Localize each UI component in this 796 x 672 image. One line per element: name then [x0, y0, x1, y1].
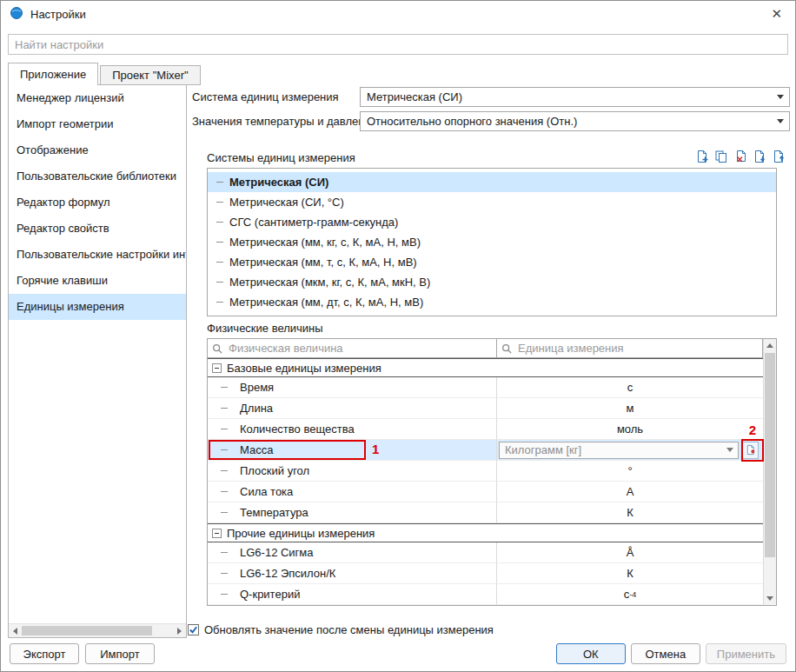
tab-bar: Приложение Проект "Mixer": [8, 63, 202, 85]
search-icon: [501, 343, 512, 354]
mass-unit-combobox[interactable]: Килограмм [кг]: [499, 442, 739, 459]
system-item-label: Метрическая (мм, дт, с, К, мА, Н, мВ): [229, 296, 423, 309]
system-item[interactable]: Метрическая (мм, кг, с, К, мА, Н, мВ): [208, 232, 776, 252]
sidebar-item-user-libraries[interactable]: Пользовательские библиотеки: [9, 163, 186, 190]
tree-branch-icon: [221, 470, 228, 471]
system-item[interactable]: Метрическая (мм, дт, с, К, мА, Н, мВ): [208, 292, 776, 312]
add-system-button[interactable]: [694, 149, 710, 164]
delete-system-button[interactable]: [733, 149, 748, 164]
import-system-button[interactable]: [771, 149, 786, 164]
search-icon: [212, 343, 222, 354]
delete-icon: [733, 150, 747, 163]
group-row-base-units[interactable]: Базовые единицы измерения: [208, 358, 763, 377]
sidebar-item-formula-editor[interactable]: Редактор формул: [9, 190, 186, 216]
tree-branch-icon: [221, 429, 228, 429]
export-button[interactable]: Экспорт: [10, 643, 79, 664]
export-system-button[interactable]: [752, 149, 767, 164]
tree-branch-icon: [216, 182, 223, 183]
unit-search-cell: [497, 339, 763, 357]
sidebar-horizontal-scrollbar[interactable]: [9, 623, 186, 637]
checkbox-checked-icon[interactable]: [188, 624, 199, 635]
tab-application[interactable]: Приложение: [8, 63, 98, 85]
settings-category-list: Менеджер лицензий Импорт геометрии Отобр…: [8, 84, 187, 638]
scroll-down-icon[interactable]: [764, 592, 776, 605]
group-row-other-units[interactable]: Прочие единицы измерения: [208, 523, 763, 542]
quantity-row[interactable]: Q-критерий с-4: [208, 584, 763, 605]
sidebar-item-property-editor[interactable]: Редактор свойств: [9, 216, 186, 242]
import-button[interactable]: Импорт: [85, 643, 155, 664]
scroll-up-icon[interactable]: [764, 339, 776, 352]
tree-branch-icon: [221, 387, 228, 388]
quantity-unit: м: [497, 398, 763, 419]
system-item-label: Метрическая (мкм, кг, с, К, мА, мкН, В): [229, 276, 430, 289]
system-item-label: Метрическая (мм, т, с, К, мА, Н, мВ): [229, 256, 417, 269]
sidebar-item-units[interactable]: Единицы измерения: [9, 294, 186, 320]
system-item[interactable]: Метрическая (СИ, °С): [208, 192, 776, 212]
sidebar-item-display[interactable]: Отображение: [9, 137, 186, 163]
quantity-name: Количество вещества: [240, 422, 355, 436]
sidebar-item-geometry-import[interactable]: Импорт геометрии: [9, 111, 186, 137]
chevron-down-icon: [722, 448, 738, 452]
group-label: Прочие единицы измерения: [227, 527, 375, 540]
document-asterisk-icon: [745, 444, 756, 456]
scrollbar-thumb[interactable]: [765, 353, 775, 557]
quantity-unit: с-4: [497, 584, 763, 605]
quantity-name: Плоский угол: [240, 464, 309, 477]
mass-unit-value: Килограмм [кг]: [500, 443, 722, 456]
tree-branch-icon: [221, 512, 228, 513]
temp-pressure-dropdown[interactable]: Относительно опорного значения (Отн.): [360, 111, 790, 131]
duplicate-system-button[interactable]: [713, 149, 729, 164]
cancel-button[interactable]: Отмена: [631, 643, 700, 664]
quantity-name: Масса: [240, 443, 273, 456]
tree-branch-icon: [216, 222, 223, 223]
annotation-label-1: 1: [372, 442, 379, 456]
quantity-unit: °: [497, 461, 763, 482]
quantity-row[interactable]: Время с: [208, 377, 763, 398]
scrollbar-thumb[interactable]: [22, 626, 152, 635]
title-bar: Настройки ✕: [1, 1, 795, 27]
tab-label: Проект "Mixer": [112, 69, 188, 82]
quantity-name: LG6-12 Сигма: [240, 546, 314, 559]
tab-project-mixer[interactable]: Проект "Mixer": [100, 65, 200, 85]
tree-branch-icon: [216, 262, 223, 263]
quantity-row[interactable]: Плоский угол °: [208, 461, 763, 482]
quantity-row[interactable]: LG6-12 Сигма Å: [208, 542, 763, 563]
system-item[interactable]: Метрическая (мкм, кг, с, К, мА, мкН, В): [208, 272, 776, 292]
system-item[interactable]: Метрическая (мм, т, с, К, мА, Н, мВ): [208, 252, 776, 272]
unit-system-dropdown[interactable]: Метрическая (СИ): [360, 87, 790, 107]
tree-branch-icon: [216, 302, 223, 303]
quantity-row[interactable]: Сила тока А: [208, 482, 763, 502]
ok-button[interactable]: ОК: [556, 643, 626, 664]
quantity-unit: моль: [497, 419, 763, 440]
system-item[interactable]: СГС (сантиметр-грамм-секунда): [208, 212, 776, 232]
quantities-section-label: Физические величины: [207, 322, 323, 335]
tree-branch-icon: [221, 573, 228, 574]
quantity-name: LG6-12 Эпсилон/К: [240, 567, 335, 580]
quantity-row[interactable]: Количество вещества моль: [208, 419, 763, 440]
quantity-row-mass[interactable]: Масса 1 Килограмм [кг] 2: [208, 440, 763, 461]
tree-branch-icon: [221, 491, 228, 492]
table-vertical-scrollbar[interactable]: [763, 339, 776, 605]
scroll-right-icon[interactable]: [173, 624, 186, 637]
quantities-table: Базовые единицы измерения Время с Длина …: [207, 338, 777, 606]
update-value-option[interactable]: Обновлять значение после смены единицы и…: [188, 623, 494, 636]
footer-right-buttons: ОК Отмена Применить: [556, 643, 786, 664]
close-icon[interactable]: ✕: [766, 6, 786, 22]
apply-button[interactable]: Применить: [706, 643, 786, 664]
unit-edit-button[interactable]: [742, 442, 759, 459]
collapse-icon[interactable]: [212, 529, 222, 538]
unit-search-input[interactable]: [516, 341, 758, 356]
export-icon: [753, 150, 766, 163]
quantity-row[interactable]: Длина м: [208, 398, 763, 419]
quantity-search-input[interactable]: [227, 341, 492, 356]
quantity-row[interactable]: LG6-12 Эпсилон/К К: [208, 563, 763, 584]
system-item[interactable]: Метрическая (СИ): [208, 172, 776, 192]
collapse-icon[interactable]: [212, 363, 222, 373]
quantity-row[interactable]: Температура К: [208, 502, 763, 523]
sidebar-item-license-manager[interactable]: Менеджер лицензий: [9, 85, 186, 111]
scroll-left-icon[interactable]: [9, 624, 22, 637]
system-item-label: Метрическая (мм, кг, с, К, мА, Н, мВ): [229, 236, 421, 249]
sidebar-item-hotkeys[interactable]: Горячие клавиши: [9, 268, 186, 294]
settings-search-input[interactable]: [8, 34, 788, 55]
sidebar-item-ui-settings[interactable]: Пользовательские настройки интер: [9, 242, 186, 268]
